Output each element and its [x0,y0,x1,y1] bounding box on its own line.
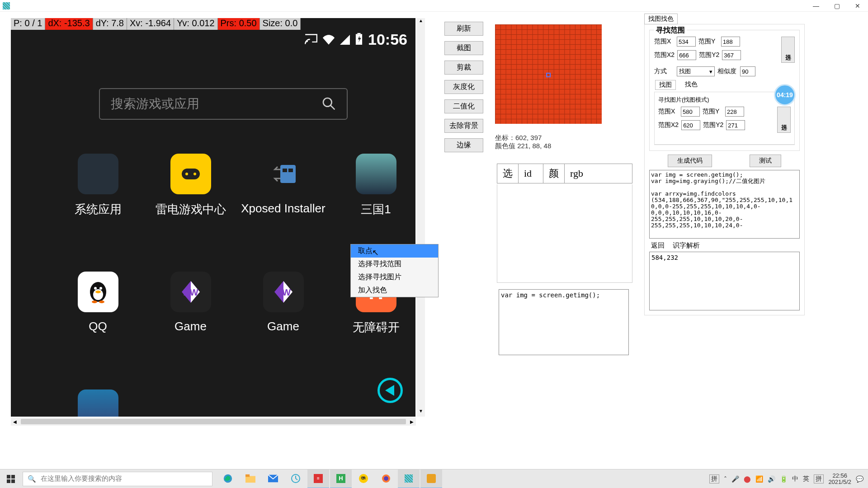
test-button[interactable]: 测试 [750,155,781,167]
wifi-icon [323,31,335,48]
svg-rect-9 [288,169,293,172]
find-image-group: 寻找图片(找图模式) 范围X范围Y 范围X2范围Y2 选择 [654,92,795,145]
window-titlebar: — ▢ ✕ [0,0,868,12]
range-x-input[interactable] [677,37,696,47]
svg-text:HW: HW [183,287,198,297]
pic-x-input[interactable] [681,107,700,117]
edge-button[interactable]: 边缘 [444,138,483,152]
taskbar-clock[interactable]: 22:562021/5/2 [828,473,851,485]
svg-point-5 [185,173,188,175]
subtab-findimage[interactable]: 找图 [655,80,676,90]
result-area[interactable]: 584,232 [649,252,800,310]
tray-wifi-icon[interactable]: 📶 [755,475,763,483]
taskbar-app-h[interactable]: H [330,469,352,488]
app-xposed[interactable]: Xposed Installer [237,154,330,217]
svg-rect-4 [182,169,200,179]
minimize-button[interactable]: — [806,0,826,12]
floating-timer[interactable]: 04:19 [774,84,796,106]
overlay-xv: Xv: -1.964 [127,18,174,30]
device-search-box[interactable]: 搜索游戏或应用 [99,88,348,120]
pic-y-input[interactable] [725,107,744,117]
grayscale-button[interactable]: 灰度化 [444,80,483,94]
select-pic-range-button[interactable]: 选择 [777,107,791,133]
taskbar-search[interactable]: 🔍 在这里输入你要搜索的内容 [23,472,212,486]
svg-rect-21 [245,474,250,477]
taskbar-app-explorer[interactable] [240,469,261,488]
svg-point-12 [94,287,97,290]
col-rgb[interactable]: rgb [565,164,632,183]
svg-point-16 [99,300,104,303]
removebg-button[interactable]: 去除背景 [444,119,483,133]
method-select[interactable]: 找图▾ [677,66,715,76]
app-logo-icon [3,2,10,9]
app-sanguo[interactable]: 三国1 [330,154,415,217]
ctxmenu-select-range[interactable]: 选择寻找范围 [351,258,438,271]
taskbar-app-yellow[interactable]: ෧ [353,469,374,488]
snippet-editor[interactable]: var img = screen.getimg(); [499,289,629,355]
app-game-sw[interactable]: SWGame [237,272,330,335]
ocr-label: 识字解析 [673,241,700,250]
tab-findimage[interactable]: 找图找色 [644,14,678,24]
app-ldgame[interactable]: 雷电游戏中心 [144,154,237,217]
taskbar-app-edge[interactable] [217,469,239,488]
refresh-button[interactable]: 刷新 [444,22,483,36]
col-color[interactable]: 颜 [543,164,565,183]
col-select[interactable]: 选 [497,164,519,183]
ctxmenu-select-image[interactable]: 选择寻找图片 [351,271,438,284]
ctxmenu-pick-point[interactable]: 取点 [351,244,438,258]
taskbar-app-gold[interactable] [420,469,442,488]
taskbar-app-this[interactable] [398,469,420,488]
stage-scrollbar-horizontal[interactable]: ◀▶ [11,418,416,426]
taskbar-app-firefox[interactable] [375,469,397,488]
app-system[interactable]: 系统应用 [52,154,144,217]
screenshot-button[interactable]: 截图 [444,41,483,55]
tray-battery-icon[interactable]: 🔋 [780,475,788,483]
tray-volume-icon[interactable]: 🔊 [768,475,775,483]
generate-code-button[interactable]: 生成代码 [668,155,712,167]
color-points-body[interactable] [497,184,632,283]
ime-cn[interactable]: 中 [792,475,798,483]
image-op-buttons: 刷新 截图 剪裁 灰度化 二值化 去除背景 边缘 [444,22,483,152]
device-screen[interactable]: 10:56 搜索游戏或应用 系统应用 雷电游戏中心 Xposed Install… [11,18,415,417]
tray-security-icon[interactable]: ⬤ [744,475,751,483]
subtab-findcolor[interactable]: 找色 [681,80,701,90]
taskbar-app-red[interactable]: ≡ [307,469,329,488]
pixel-zoom-preview[interactable] [495,24,602,124]
stage-scrollbar-vertical[interactable]: ▲▼ [417,18,425,417]
battery-charging-icon [355,31,363,48]
pic-x2-input[interactable] [681,120,700,130]
pic-y2-input[interactable] [726,120,745,130]
mouse-cursor-icon: ↖ [372,248,379,258]
app-mengzhong[interactable]: 盟重英雄 [52,389,144,417]
ime-lang[interactable]: 英 [803,475,809,483]
find-panel: 找图找色 寻找范围 范围X范围Y 范围X2范围Y2 选择 方式 找图▾ 相似度 … [644,14,805,372]
range-y-input[interactable] [721,37,740,47]
taskbar-app-clock[interactable] [285,469,307,488]
taskbar-app-mail[interactable] [262,469,284,488]
ime-indicator[interactable]: 拼 [709,474,719,483]
crop-button[interactable]: 剪裁 [444,61,483,75]
tray-mic-icon[interactable]: 🎤 [731,475,739,483]
search-placeholder: 搜索游戏或应用 [111,95,321,113]
binarize-button[interactable]: 二值化 [444,99,483,113]
notifications-icon[interactable]: 💬 [856,475,863,483]
range-x2-input[interactable] [677,50,696,60]
ime-indicator-2[interactable]: 拼 [814,474,824,483]
start-button[interactable] [0,469,22,488]
maximize-button[interactable]: ▢ [826,0,847,12]
close-button[interactable]: ✕ [847,0,868,12]
range-y2-input[interactable] [722,50,741,60]
screen-stage: 10:56 搜索游戏或应用 系统应用 雷电游戏中心 Xposed Install… [11,18,425,426]
app-game-hw[interactable]: HWGame [144,272,237,335]
svg-rect-1 [357,33,360,34]
ctxmenu-add-findcolor[interactable]: 加入找色 [351,284,438,297]
app-qq[interactable]: QQ [52,272,144,335]
device-back-button[interactable] [377,378,403,403]
generated-code-area[interactable]: var img = screen.getimg(); var img=img.g… [649,170,800,239]
overlay-size: Size: 0.0 [260,18,301,30]
tray-chevron-up-icon[interactable]: ˄ [724,475,727,483]
col-id[interactable]: id [519,164,543,183]
chevron-down-icon: ▾ [709,68,712,75]
select-range-button[interactable]: 选择 [781,37,795,63]
similarity-input[interactable] [740,66,755,76]
